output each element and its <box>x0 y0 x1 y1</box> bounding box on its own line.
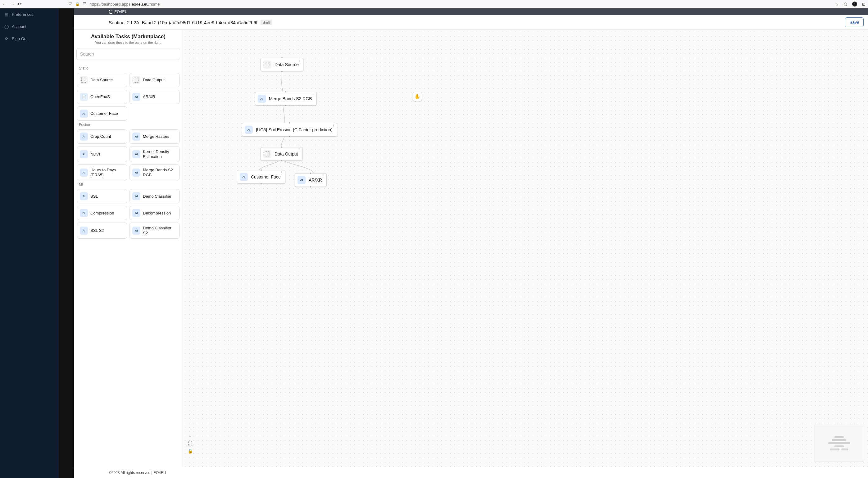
ai-icon <box>132 93 141 101</box>
task-card[interactable]: Demo Classifier S2 <box>129 223 180 238</box>
port-bottom[interactable] <box>260 183 262 184</box>
task-label: OpenFaaS <box>90 94 110 99</box>
port-bottom[interactable] <box>289 136 290 137</box>
task-card[interactable]: SSL <box>77 189 127 203</box>
zoom-out-button[interactable]: − <box>187 433 193 439</box>
ai-icon <box>80 209 88 217</box>
brand-logo[interactable]: EO4EU <box>109 10 128 14</box>
task-card[interactable]: Demo Classifier <box>129 189 180 203</box>
app-sidebar: ▤ Preferences ◯ Account ⟳ Sign Out <box>0 8 59 478</box>
node-label: Data Output <box>275 152 298 156</box>
node-label: [UC5]-Soil Erosion (C Factor prediction) <box>256 127 333 132</box>
permissions-icon[interactable]: ☰ <box>83 2 86 6</box>
zoom-in-button[interactable]: + <box>187 426 193 432</box>
profile-avatar[interactable]: K <box>852 2 857 6</box>
search-input[interactable]: Search <box>76 48 180 60</box>
task-card[interactable]: AR/XR <box>129 90 180 104</box>
task-card[interactable]: Crop Count <box>77 129 127 144</box>
task-label: SSL S2 <box>90 228 104 233</box>
ai-icon <box>132 150 141 158</box>
tasks-panel: Available Tasks (Marketplace) You can dr… <box>74 30 183 467</box>
task-label: Demo Classifier S2 <box>143 226 177 235</box>
port-bottom[interactable] <box>281 160 282 161</box>
port-bottom[interactable] <box>281 71 283 72</box>
task-group-label: Ml <box>76 180 180 189</box>
node-menu-icon[interactable]: ⋮ <box>297 149 301 151</box>
grid-icon <box>264 61 272 69</box>
node-menu-icon[interactable]: ⋮ <box>298 59 302 61</box>
task-card[interactable]: Kernel Density Estimation <box>129 146 180 162</box>
port-top[interactable] <box>285 91 286 93</box>
ai-icon <box>245 126 253 134</box>
task-label: Customer Face <box>90 111 118 116</box>
task-card[interactable]: Hours to Days (ERA5) <box>77 164 127 180</box>
ai-icon <box>80 192 88 200</box>
canvas-node[interactable]: Customer Face⋮ <box>237 170 285 184</box>
canvas-node[interactable]: Data Output⋮ <box>260 147 303 161</box>
workflow-canvas[interactable]: Data Source⋮Merge Bands S2 RGB⋮[UC5]-Soi… <box>183 30 868 467</box>
forward-icon[interactable]: → <box>10 2 15 6</box>
task-label: NDVI <box>90 152 100 157</box>
save-button[interactable]: Save <box>845 18 864 27</box>
ai-icon <box>132 132 141 140</box>
port-top[interactable] <box>289 122 290 124</box>
canvas-node[interactable]: [UC5]-Soil Erosion (C Factor prediction)… <box>242 123 337 136</box>
grid-icon <box>132 76 141 84</box>
node-menu-icon[interactable]: ⋮ <box>280 172 283 173</box>
canvas-node[interactable]: Merge Bands S2 RGB⋮ <box>255 92 317 105</box>
node-label: AR/XR <box>309 178 322 183</box>
port-top[interactable] <box>310 172 311 174</box>
sidebar-item-signout[interactable]: ⟳ Sign Out <box>0 33 59 45</box>
sidebar-item-preferences[interactable]: ▤ Preferences <box>0 8 59 21</box>
browser-chrome: ← → ⟳ ⛉ 🔒 ☰ https://dashboard.apps.eo4eu… <box>0 0 868 8</box>
lock-button[interactable]: 🔒 <box>187 448 193 454</box>
pocket-icon[interactable]: ⬡ <box>844 2 847 6</box>
port-top[interactable] <box>260 169 262 171</box>
task-card[interactable]: SSL S2 <box>77 223 127 238</box>
extensions-icon[interactable]: ⊡ <box>862 2 866 6</box>
tasks-heading: Available Tasks (Marketplace) <box>76 34 180 40</box>
shield-icon[interactable]: ⛉ <box>68 2 72 6</box>
task-card[interactable]: Decompression <box>129 206 180 220</box>
task-card[interactable]: Data Output <box>129 73 180 87</box>
task-card[interactable]: Customer Face <box>77 106 127 121</box>
task-label: Merge Rasters <box>143 134 169 139</box>
task-label: AR/XR <box>143 94 155 99</box>
ai-icon <box>258 95 266 103</box>
back-icon[interactable]: ← <box>2 2 7 6</box>
ai-icon <box>132 227 141 235</box>
task-card[interactable]: NDVI <box>77 146 127 162</box>
node-menu-icon[interactable]: ⋮ <box>321 175 325 177</box>
task-card[interactable]: Merge Bands S2 RGB <box>129 164 180 180</box>
node-menu-icon[interactable]: ⋮ <box>311 93 315 95</box>
port-top[interactable] <box>281 57 283 58</box>
grid-icon <box>264 150 272 158</box>
address-bar[interactable]: https://dashboard.apps.eo4eu.eu/home <box>89 2 160 6</box>
signout-icon: ⟳ <box>4 36 9 41</box>
task-card[interactable]: OpenFaaS <box>77 90 127 104</box>
canvas-node[interactable]: AR/XR⋮ <box>295 173 327 187</box>
canvas-controls: + − ⛶ 🔒 <box>187 426 193 454</box>
logo-icon <box>109 10 113 14</box>
minimap[interactable] <box>814 425 864 462</box>
sidebar-item-account[interactable]: ◯ Account <box>0 21 59 33</box>
node-menu-icon[interactable]: ⋮ <box>332 124 335 126</box>
port-bottom[interactable] <box>310 186 311 188</box>
lock-icon[interactable]: 🔒 <box>75 2 80 6</box>
task-label: Decompression <box>143 211 171 216</box>
fit-view-button[interactable]: ⛶ <box>187 441 193 446</box>
ai-icon <box>80 109 88 118</box>
preferences-icon: ▤ <box>4 12 9 17</box>
port-bottom[interactable] <box>285 105 286 106</box>
brand-name: EO4EU <box>114 10 128 14</box>
ai-icon <box>298 176 306 184</box>
port-top[interactable] <box>281 147 282 148</box>
task-card[interactable]: Data Source <box>77 73 127 87</box>
reload-icon[interactable]: ⟳ <box>18 2 22 6</box>
task-card[interactable]: Merge Rasters <box>129 129 180 144</box>
workflow-title: Sentinel-2 L2A: Band 2 (10m)ab2c98d1-6d1… <box>109 20 257 25</box>
bookmark-icon[interactable]: ☆ <box>835 2 839 6</box>
sidebar-item-label: Preferences <box>12 12 34 17</box>
canvas-node[interactable]: Data Source⋮ <box>260 58 303 71</box>
task-card[interactable]: Compression <box>77 206 127 220</box>
